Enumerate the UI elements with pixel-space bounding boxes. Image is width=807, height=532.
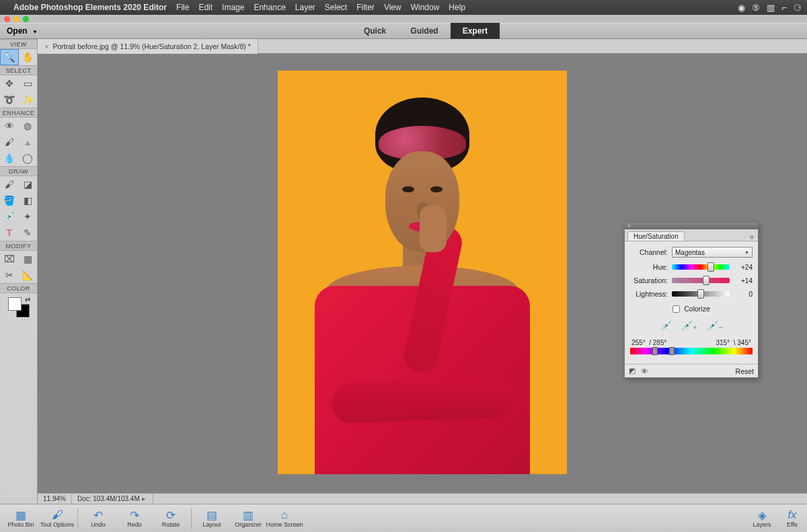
tool-options-button[interactable]: 🖌Tool Options <box>39 506 75 531</box>
layout-button[interactable]: ▤Layout <box>194 506 230 531</box>
color-range-strip[interactable] <box>630 348 753 354</box>
doc-size-readout[interactable]: Doc: 103.4M/103.4M ▶ <box>72 494 153 504</box>
tool-brush[interactable]: 🖌 <box>0 176 19 192</box>
eyedropper-add-icon[interactable]: 💉₊ <box>681 320 697 331</box>
tool-shape[interactable]: ✦ <box>19 208 38 225</box>
panel-titlebar[interactable]: × <box>625 223 758 229</box>
tool-lasso[interactable]: ➰ <box>0 91 19 108</box>
hue-label: Hue: <box>630 263 668 271</box>
tool-content-move[interactable]: ✂ <box>0 267 19 283</box>
lightness-slider[interactable] <box>672 291 730 297</box>
rotate-button[interactable]: ⟳Rotate <box>153 506 189 531</box>
tool-eraser[interactable]: ◪ <box>19 176 38 192</box>
window-minimize-button[interactable] <box>13 16 20 22</box>
range-l2: / 285° <box>649 339 666 346</box>
chevron-down-icon: ▼ <box>32 29 38 35</box>
wifi-icon[interactable]: ⚆ <box>794 3 802 13</box>
panel-close-icon[interactable]: × <box>627 223 631 229</box>
menu-edit[interactable]: Edit <box>198 3 213 12</box>
channel-select[interactable]: Magentas ▼ <box>672 247 753 258</box>
foreground-color-swatch[interactable] <box>8 297 22 311</box>
tool-redeye[interactable]: 👁 <box>0 118 19 134</box>
cc-status-icon[interactable]: ◉ <box>738 3 745 13</box>
tool-sponge[interactable]: ◯ <box>19 150 38 166</box>
mode-bar: Open ▼ Quick Guided Expert <box>0 23 807 39</box>
menu-help[interactable]: Help <box>449 3 465 12</box>
organizer-button[interactable]: ▥Organizer <box>230 506 266 531</box>
app-name: Adobe Photoshop Elements 2020 Editor <box>13 3 167 12</box>
tool-recompose[interactable]: ▦ <box>19 251 38 267</box>
undo-button[interactable]: ↶Undo <box>80 506 116 531</box>
menu-filter[interactable]: Filter <box>356 3 375 12</box>
tool-eyedropper[interactable]: 💉 <box>0 208 19 225</box>
photo-bin-button[interactable]: ▦Photo Bin <box>3 506 39 531</box>
toolbox-section-color: COLOR <box>0 283 37 293</box>
layers-panel-button[interactable]: ◈Layers <box>744 506 780 531</box>
bottom-bar: ▦Photo Bin 🖌Tool Options ↶Undo ↷Redo ⟳Ro… <box>0 504 807 532</box>
redo-button[interactable]: ↷Redo <box>116 506 153 531</box>
tool-straighten[interactable]: 📐 <box>19 267 38 283</box>
reset-button[interactable]: Reset <box>736 367 754 375</box>
window-close-button[interactable] <box>4 16 10 22</box>
tool-marquee[interactable]: ▭ <box>19 75 38 91</box>
sys-icon-2[interactable]: ⑤ <box>752 3 760 13</box>
lightness-label: Lightness: <box>630 290 668 298</box>
tool-type[interactable]: T <box>0 225 19 241</box>
eyedropper-subtract-icon[interactable]: 💉₋ <box>707 320 723 331</box>
tool-smart-brush[interactable]: 🖌 <box>0 134 19 150</box>
tool-move[interactable]: ✥ <box>0 75 19 91</box>
canvas[interactable]: × Hue/Saturation ≡ Channel: Magentas ▼ <box>38 54 807 493</box>
tool-clone[interactable]: ⟁ <box>19 134 38 150</box>
close-tab-icon[interactable]: × <box>44 42 48 50</box>
channel-value: Magentas <box>675 249 705 256</box>
colorize-label: Colorize <box>684 305 710 313</box>
hue-slider[interactable] <box>672 264 730 270</box>
menu-image[interactable]: Image <box>222 3 244 12</box>
tool-blur[interactable]: 💧 <box>0 150 19 166</box>
panel-menu-icon[interactable]: ≡ <box>750 233 754 241</box>
document-image <box>278 71 567 474</box>
document-tab[interactable]: × Portrait before.jpg @ 11.9% (Hue/Satur… <box>38 39 258 54</box>
window-zoom-button[interactable] <box>23 16 29 22</box>
tool-gradient[interactable]: ◧ <box>19 192 38 208</box>
menu-select[interactable]: Select <box>325 3 347 12</box>
tool-spot-heal[interactable]: ◍ <box>19 118 38 134</box>
menu-view[interactable]: View <box>384 3 401 12</box>
panel-tab[interactable]: Hue/Saturation <box>627 231 685 241</box>
home-screen-button[interactable]: ⌂Home Screen <box>266 506 303 531</box>
color-well[interactable]: ⇄ <box>7 296 30 320</box>
mode-guided[interactable]: Guided <box>398 23 450 39</box>
tool-magic-wand[interactable]: ✨ <box>19 91 38 108</box>
menu-window[interactable]: Window <box>411 3 440 12</box>
mode-expert[interactable]: Expert <box>451 23 500 39</box>
menu-enhance[interactable]: Enhance <box>254 3 285 12</box>
document-tab-title: Portrait before.jpg @ 11.9% (Hue/Saturat… <box>52 42 250 50</box>
toggle-visibility-icon[interactable]: 👁 <box>641 367 648 375</box>
menu-layer[interactable]: Layer <box>295 3 315 12</box>
toolbox-section-draw: DRAW <box>0 166 37 176</box>
tool-pencil[interactable]: ✎ <box>19 225 38 241</box>
open-menu-button[interactable]: Open ▼ <box>0 26 44 36</box>
saturation-value: +14 <box>734 277 753 284</box>
swap-colors-icon[interactable]: ⇄ <box>25 296 30 303</box>
channel-label: Channel: <box>630 248 668 256</box>
eyedropper-icon[interactable]: 💉 <box>660 320 672 331</box>
zoom-readout[interactable]: 11.94% <box>38 494 72 504</box>
battery-icon[interactable]: ▥ <box>767 3 775 13</box>
tool-hand[interactable]: ✋ <box>19 49 38 65</box>
tool-paint-bucket[interactable]: 🪣 <box>0 192 19 208</box>
mode-quick[interactable]: Quick <box>352 23 398 39</box>
clip-to-layer-icon[interactable]: ◩ <box>629 367 636 375</box>
effects-panel-button[interactable]: fxEffe <box>780 506 804 531</box>
saturation-slider[interactable] <box>672 278 730 283</box>
toolbox-section-select: SELECT <box>0 65 37 75</box>
menu-file[interactable]: File <box>176 3 189 12</box>
system-menubar: Adobe Photoshop Elements 2020 Editor Fil… <box>0 0 807 15</box>
lightness-value: 0 <box>734 291 753 298</box>
toolbox-section-view: VIEW <box>0 39 37 49</box>
tool-zoom[interactable]: 🔍 <box>0 49 19 65</box>
chevron-right-icon: ▶ <box>142 496 145 502</box>
display-icon[interactable]: ⌐ <box>781 3 787 13</box>
tool-crop[interactable]: ⌧ <box>0 251 19 267</box>
colorize-checkbox[interactable] <box>672 305 680 313</box>
